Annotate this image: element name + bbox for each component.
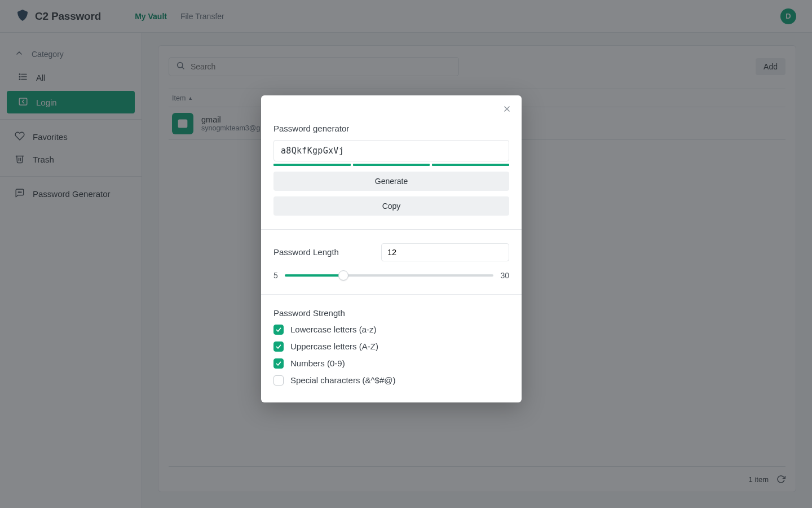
option-lowercase[interactable]: Lowercase letters (a-z) [273, 325, 509, 335]
modal-close-button[interactable] [500, 103, 514, 117]
strength-segment [432, 164, 509, 166]
strength-segment [353, 164, 430, 166]
checkbox[interactable] [273, 341, 284, 352]
checkbox[interactable] [273, 375, 284, 386]
option-special[interactable]: Special characters (&^$#@) [273, 375, 509, 386]
strength-meter [273, 164, 509, 166]
password-generator-modal: Password generator a8QkfKgpGxVj Generate… [261, 95, 522, 402]
option-label: Uppercase letters (A-Z) [290, 341, 378, 351]
checkbox[interactable] [273, 358, 284, 369]
option-label: Special characters (&^$#@) [290, 375, 396, 385]
option-uppercase[interactable]: Uppercase letters (A-Z) [273, 341, 509, 352]
option-label: Lowercase letters (a-z) [290, 325, 377, 334]
modal-title: Password generator [273, 124, 509, 133]
slider-max: 30 [500, 271, 509, 280]
option-numbers[interactable]: Numbers (0-9) [273, 358, 509, 369]
modal-section-password: Password generator a8QkfKgpGxVj Generate… [261, 95, 522, 230]
close-icon [503, 105, 511, 115]
option-label: Numbers (0-9) [290, 358, 345, 368]
generated-password[interactable]: a8QkfKgpGxVj [273, 140, 509, 161]
length-slider[interactable] [285, 270, 494, 281]
strength-segment [273, 164, 351, 166]
strength-label: Password Strength [273, 308, 509, 318]
length-label: Password Length [273, 247, 372, 257]
modal-section-length: Password Length 5 30 [261, 230, 522, 295]
checkbox[interactable] [273, 325, 284, 335]
slider-min: 5 [273, 271, 278, 280]
length-input[interactable] [381, 243, 509, 261]
generate-button[interactable]: Generate [273, 172, 509, 191]
modal-section-strength: Password Strength Lowercase letters (a-z… [261, 295, 522, 402]
slider-thumb[interactable] [338, 270, 348, 281]
copy-button[interactable]: Copy [273, 196, 509, 216]
